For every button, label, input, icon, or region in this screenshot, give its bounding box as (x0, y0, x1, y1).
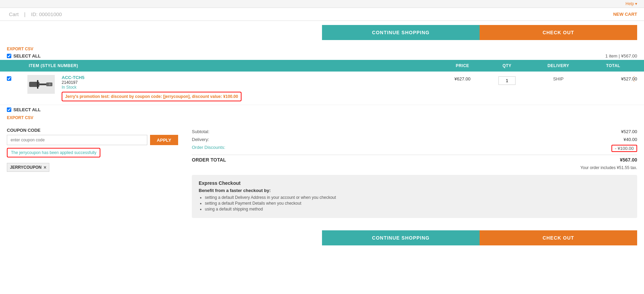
item-promotion-box: Jerry's promotion test: discount by coup… (62, 92, 242, 101)
top-action-buttons: CONTINUE SHOPPING CHECK OUT (0, 21, 644, 44)
coupon-section: COUPON CODE APPLY The jerrycoupon has be… (7, 128, 178, 218)
svg-point-4 (49, 84, 51, 86)
delivery-label: Delivery: (192, 137, 209, 142)
bottom-action-buttons: CONTINUE SHOPPING CHECK OUT (0, 225, 644, 252)
coupon-tag-row: JERRYCOUPON × (7, 163, 178, 172)
tax-note: Your order includes ¥51.55 tax. (192, 165, 637, 171)
order-total-label: ORDER TOTAL (192, 157, 226, 163)
delivery-value: ¥40.00 (623, 137, 637, 142)
checkout-button-bottom[interactable]: CHECK OUT (480, 230, 637, 245)
new-cart-button[interactable]: NEW CART (613, 12, 637, 17)
select-all-checkbox-bottom[interactable] (7, 107, 11, 112)
continue-shopping-button-bottom[interactable]: CONTINUE SHOPPING (322, 230, 480, 245)
select-all-label-top[interactable]: SELECT ALL (7, 53, 41, 59)
bottom-controls: SELECT ALL (0, 105, 644, 114)
export-csv-link-bottom[interactable]: EXPORT CSV (7, 115, 33, 120)
express-list-item-2: setting a default Payment Details when y… (205, 201, 630, 206)
help-link[interactable]: Help ▾ (626, 1, 637, 6)
item-qty[interactable]: 1 (486, 75, 528, 85)
cart-item-row: ACC-TCH5 2140197 In Stock Jerry's promot… (0, 72, 644, 105)
select-all-row-top: SELECT ALL 1 item | ¥567.00 (0, 52, 644, 60)
th-delivery: DELIVERY (528, 63, 589, 69)
item-delivery: SHIP (528, 75, 589, 81)
svg-rect-5 (37, 80, 38, 89)
coupon-tag: JERRYCOUPON × (7, 163, 49, 172)
th-qty: QTY (486, 63, 528, 69)
coupon-tag-name: JERRYCOUPON (10, 165, 41, 170)
item-count-summary: 1 item | ¥567.00 (605, 53, 637, 59)
item-style-num[interactable]: ACC-TCH5 (62, 75, 242, 80)
table-header: ITEM (STYLE NUMBER) PRICE QTY DELIVERY T… (0, 60, 644, 72)
item-code: 2140197 (62, 80, 242, 85)
item-qty-input[interactable]: 1 (498, 76, 516, 85)
item-checkbox-input[interactable] (7, 76, 11, 81)
coupon-success-message: The jerrycoupon has been applied success… (7, 148, 100, 157)
item-stock: In Stock (62, 85, 242, 90)
svg-rect-2 (39, 84, 46, 85)
more-options-icon[interactable]: ⋮ (631, 75, 637, 82)
item-image-details: ACC-TCH5 2140197 In Stock Jerry's promot… (27, 75, 438, 101)
express-list-item-3: using a default shipping method (205, 207, 630, 212)
continue-shopping-button-top[interactable]: CONTINUE SHOPPING (322, 25, 480, 40)
product-image-svg (27, 75, 55, 94)
subtotal-value: ¥527.00 (621, 129, 637, 134)
th-item: ITEM (STYLE NUMBER) (27, 63, 438, 69)
coupon-tag-remove[interactable]: × (44, 165, 46, 170)
discounts-row: Order Discounts: - ¥100.00 (192, 143, 637, 153)
top-bar: Help ▾ (0, 0, 644, 8)
coupon-label: COUPON CODE (7, 128, 178, 133)
select-all-checkbox-top[interactable] (7, 54, 11, 58)
coupon-apply-button[interactable]: APPLY (150, 135, 178, 145)
express-checkout-subtitle: Benefit from a faster checkout by: (199, 188, 630, 193)
subtotal-label: Subtotal: (192, 129, 209, 134)
th-total: TOTAL (589, 63, 637, 69)
express-checkout-title: Express Checkout (199, 180, 630, 186)
order-total-row: ORDER TOTAL ¥567.00 (192, 155, 637, 165)
coupon-input-row: APPLY (7, 135, 178, 145)
export-csv-bottom: EXPORT CSV (0, 114, 644, 124)
item-price: ¥627.00 (438, 75, 486, 81)
item-total: ¥527.00 ⋮ (589, 75, 637, 81)
coupon-summary-section: COUPON CODE APPLY The jerrycoupon has be… (0, 124, 644, 225)
checkout-button-top[interactable]: CHECK OUT (480, 25, 637, 40)
select-all-label-bottom[interactable]: SELECT ALL (7, 107, 41, 112)
discounts-label: Order Discounts: (192, 145, 225, 152)
th-checkbox (7, 63, 27, 69)
item-checkbox[interactable] (7, 75, 27, 82)
express-checkout-box: Express Checkout Benefit from a faster c… (192, 175, 637, 218)
export-csv-top: EXPORT CSV (0, 44, 644, 52)
cart-id: ID: 00001000 (31, 11, 62, 17)
summary-section: Subtotal: ¥527.00 Delivery: ¥40.00 Order… (192, 128, 637, 218)
subtotal-row: Subtotal: ¥527.00 (192, 128, 637, 136)
order-total-value: ¥567.00 (620, 157, 637, 163)
cart-label: Cart (9, 11, 18, 17)
header-row: Cart | ID: 00001000 NEW CART (0, 8, 644, 21)
express-checkout-list: setting a default Delivery Address in yo… (199, 195, 630, 212)
coupon-input[interactable] (7, 135, 147, 145)
discounts-value: - ¥100.00 (611, 145, 637, 152)
item-details: ACC-TCH5 2140197 In Stock Jerry's promot… (59, 75, 244, 101)
th-price: PRICE (438, 63, 486, 69)
cart-title: Cart | ID: 00001000 (7, 11, 64, 17)
item-image (27, 75, 55, 95)
delivery-row: Delivery: ¥40.00 (192, 136, 637, 143)
express-list-item-1: setting a default Delivery Address in yo… (205, 195, 630, 200)
export-csv-link-top[interactable]: EXPORT CSV (7, 47, 33, 51)
separator: | (24, 11, 26, 17)
